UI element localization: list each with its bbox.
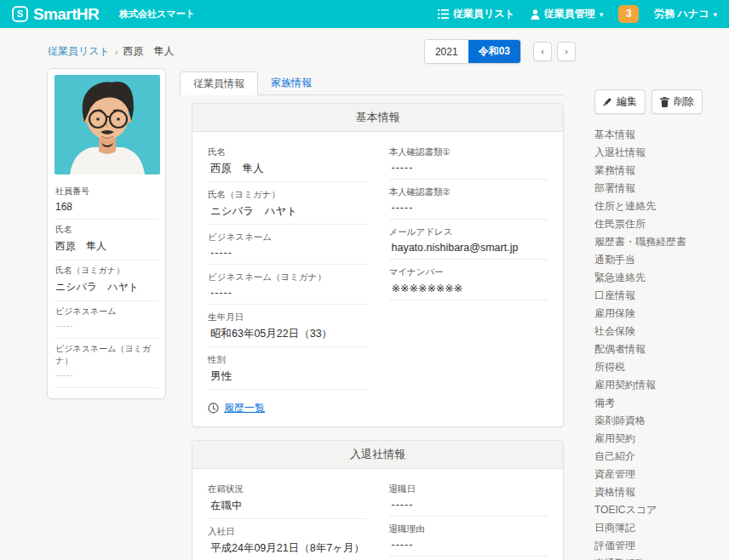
section-nav-link[interactable]: 雇用保険 (594, 304, 722, 322)
section-nav-link[interactable]: 配偶者情報 (594, 340, 722, 357)
field-label: 本人確認書類② (389, 180, 548, 198)
field-value: 昭和63年05月22日（33） (208, 323, 367, 347)
profile-field: ビジネスネーム（ヨミガナ） ----- (55, 339, 158, 388)
breadcrumb: 従業員リスト › 西原 隼人 (48, 44, 175, 59)
chevron-down-icon: ▾ (600, 10, 604, 19)
nav-employee-list[interactable]: 従業員リスト (438, 7, 515, 21)
section-nav-link[interactable]: 自己紹介 (594, 447, 722, 465)
main-content: 従業員情報 家族情報 基本情報 氏名 西原 隼人 氏名（ヨミガナ） ニ (180, 71, 564, 560)
section-title: 入退社情報 (192, 441, 563, 469)
pencil-icon (603, 97, 612, 106)
field-label: 在籍状況 (208, 477, 367, 495)
trash-icon (660, 97, 669, 107)
history-list-link[interactable]: 履歴一覧 (208, 401, 265, 415)
section-nav: 基本情報 入退社情報 業務情報 部署情報 住所と連絡先 住民票住所 履歴書・職務… (594, 125, 722, 560)
section-nav-link[interactable]: 車通勤経路 (594, 554, 722, 560)
year-western-button[interactable]: 2021 (425, 40, 468, 63)
section-nav-link[interactable]: 所得税 (594, 357, 722, 375)
fields-left-column: 在籍状況 在職中 入社日 平成24年09月21日（8年7ヶ月） (208, 477, 367, 560)
nav-employee-admin[interactable]: 従業員管理 ▾ (531, 7, 604, 21)
field-value: ※※※※※※※※ (389, 278, 548, 300)
section-body: 氏名 西原 隼人 氏名（ヨミガナ） ニシバラ ハヤト ビジネスネーム ----- (192, 132, 563, 391)
section-nav-link[interactable]: 部署情報 (594, 179, 722, 197)
section-nav-link[interactable]: 基本情報 (594, 125, 722, 143)
profile-field: 社員番号 168 (55, 181, 158, 220)
section-nav-link[interactable]: 評価管理 (594, 536, 722, 554)
delete-button-label: 削除 (674, 94, 694, 109)
app-header: S SmartHR 株式会社スマート 従業員リスト 従業員管理 ▾ 3 労務 ハ… (0, 0, 729, 28)
right-rail: 編集 削除 基本情報 入退社情報 業務情報 部署情報 住所と連絡先 住民票住所 … (594, 89, 722, 560)
section-nav-link[interactable]: 口座情報 (594, 286, 722, 304)
user-name: 労務 ハナコ (654, 7, 709, 21)
section-nav-link[interactable]: 雇用契約情報 (594, 375, 722, 393)
field-label: ビジネスネーム (55, 306, 158, 317)
profile-field: 氏名（ヨミガナ） ニシバラ ハヤト (55, 260, 158, 301)
fields-left-column: 氏名 西原 隼人 氏名（ヨミガナ） ニシバラ ハヤト ビジネスネーム ----- (208, 140, 367, 391)
breadcrumb-separator: › (115, 47, 118, 57)
field-value: ----- (208, 283, 367, 305)
user-menu[interactable]: 労務 ハナコ ▾ (654, 7, 717, 21)
section-nav-link[interactable]: 社会保険 (594, 322, 722, 340)
field-value: ----- (55, 321, 158, 332)
notification-badge[interactable]: 3 (618, 5, 639, 23)
tab-family-info[interactable]: 家族情報 (258, 71, 324, 94)
field-value: ----- (389, 535, 548, 557)
chevron-down-icon: ▾ (713, 10, 717, 19)
section-nav-link[interactable]: 薬剤師資格 (594, 411, 722, 429)
section-nav-link[interactable]: 履歴書・職務経歴書 (594, 232, 722, 250)
next-year-button[interactable]: › (557, 42, 576, 61)
employee-photo (55, 75, 160, 174)
section-basic-info: 基本情報 氏名 西原 隼人 氏名（ヨミガナ） ニシバラ ハヤト (192, 103, 564, 427)
section-nav-link[interactable]: 資産管理 (594, 465, 722, 483)
smarthr-logo[interactable]: S SmartHR (12, 5, 99, 24)
brand-name: SmartHR (33, 5, 99, 24)
field-label: 性別 (208, 348, 367, 366)
section-nav-link[interactable]: 通勤手当 (594, 250, 722, 268)
section-nav-link[interactable]: 住民票住所 (594, 214, 722, 232)
field: 性別 男性 (208, 348, 367, 390)
section-enrollment-info: 入退社情報 在籍状況 在職中 入社日 平成24年09月21日（8年7ヶ月） (192, 440, 564, 560)
field-label: 社員番号 (55, 186, 158, 197)
year-era-button[interactable]: 令和03 (468, 40, 520, 63)
tab-employee-info[interactable]: 従業員情報 (180, 71, 258, 95)
section-nav-link[interactable]: 入退社情報 (594, 143, 722, 161)
logo-letter: S (17, 9, 23, 19)
clock-icon (208, 403, 219, 414)
section-nav-link[interactable]: 資格情報 (594, 483, 722, 500)
section-nav-link[interactable]: 住所と連絡先 (594, 197, 722, 214)
field-label: マイナンバー (389, 260, 548, 278)
section-nav-link[interactable]: 雇用契約 (594, 429, 722, 447)
nav-employee-list-label: 従業員リスト (453, 7, 515, 21)
field: 氏名 西原 隼人 (208, 140, 367, 182)
field-label: 氏名（ヨミガナ） (208, 183, 367, 201)
field: 本人確認書類① ----- (389, 140, 548, 180)
delete-button[interactable]: 削除 (652, 89, 703, 114)
field-label: メールアドレス (389, 220, 548, 238)
field: マイナンバー ※※※※※※※※ (389, 260, 548, 300)
person-icon (531, 9, 540, 20)
section-title: 基本情報 (192, 104, 563, 132)
profile-field: 氏名 西原 隼人 (55, 220, 158, 260)
field-value: ----- (389, 198, 548, 220)
field: 在籍状況 在職中 (208, 477, 367, 519)
section-nav-link[interactable]: 日商簿記 (594, 518, 722, 536)
prev-year-button[interactable]: ‹ (533, 42, 552, 61)
tab-bar: 従業員情報 家族情報 (180, 71, 564, 95)
company-name: 株式会社スマート (119, 8, 195, 20)
section-nav-link[interactable]: TOEICスコア (594, 500, 722, 518)
profile-card-fields: 社員番号 168 氏名 西原 隼人 氏名（ヨミガナ） ニシバラ ハヤト ビジネス… (55, 181, 158, 388)
section-nav-link[interactable]: 緊急連絡先 (594, 268, 722, 286)
section-nav-link[interactable]: 業務情報 (594, 161, 722, 179)
edit-button[interactable]: 編集 (594, 89, 646, 114)
field-label: 氏名 (208, 140, 367, 158)
field-value: ----- (389, 495, 548, 517)
field-label: ビジネスネーム（ヨミガナ） (208, 266, 367, 283)
field-label: 氏名（ヨミガナ） (55, 265, 158, 277)
field-value: 男性 (208, 366, 367, 390)
section-panels: 基本情報 氏名 西原 隼人 氏名（ヨミガナ） ニシバラ ハヤト (192, 103, 564, 560)
breadcrumb-row: 従業員リスト › 西原 隼人 2021 令和03 ‹ › (48, 39, 576, 64)
breadcrumb-link-employee-list[interactable]: 従業員リスト (48, 44, 110, 59)
section-nav-link[interactable]: 備考 (594, 393, 722, 411)
top-navigation: 従業員リスト 従業員管理 ▾ 3 労務 ハナコ ▾ (438, 5, 717, 23)
field: 生年月日 昭和63年05月22日（33） (208, 306, 367, 347)
